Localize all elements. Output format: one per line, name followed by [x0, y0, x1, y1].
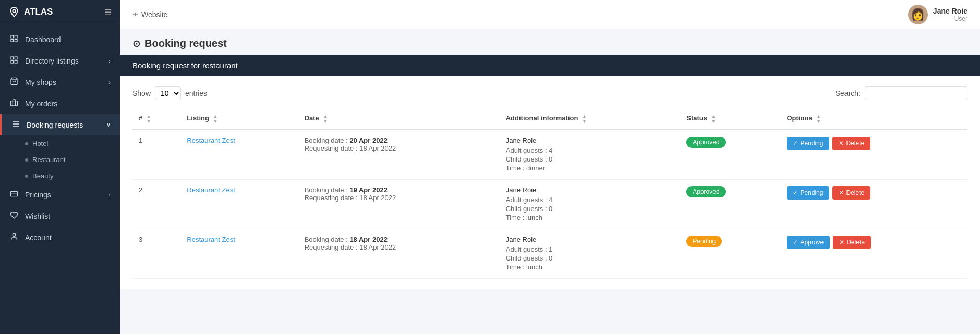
bullet-icon	[25, 175, 28, 178]
table-row: 2 Restaurant Zest Booking date : 19 Apr …	[132, 180, 967, 229]
hamburger-icon[interactable]: ☰	[104, 7, 112, 17]
col-status[interactable]: Status ▲▼	[680, 108, 780, 130]
table-container: Show 10 25 50 entries Search:	[120, 76, 980, 289]
cell-date: Booking date : 20 Apr 2022 Requesting da…	[298, 130, 500, 180]
page-title-icon: ⊙	[132, 38, 140, 50]
info-name: Jane Roie	[506, 186, 674, 194]
x-icon: ✕	[839, 189, 844, 196]
sidebar-item-pricings[interactable]: Pricings ›	[0, 184, 120, 205]
sub-item-label: Restaurant	[32, 156, 66, 164]
info-line2: Child guests : 0	[506, 254, 674, 262]
action-btn-1[interactable]: ✓ Approve	[787, 236, 830, 249]
date-val1: 20 Apr 2022	[349, 137, 388, 144]
col-num[interactable]: # ▲▼	[132, 108, 180, 130]
page-header: ⊙ Booking request	[120, 29, 980, 55]
main-content: ✈ Website 👩 Jane Roie User ⊙ Booking req…	[120, 0, 980, 334]
sidebar-item-label: Wishlist	[25, 212, 50, 220]
search-input[interactable]	[865, 86, 967, 100]
website-link[interactable]: Website	[141, 10, 167, 19]
table-body: 1 Restaurant Zest Booking date : 20 Apr …	[132, 130, 967, 279]
bullet-icon	[25, 142, 28, 145]
sidebar-subitem-beauty[interactable]: Beauty	[0, 168, 120, 184]
bookings-table: # ▲▼ Listing ▲▼ Date ▲▼ Additional infor…	[132, 108, 967, 279]
sidebar-item-booking-requests[interactable]: Booking requests ∨	[0, 114, 120, 135]
listing-link[interactable]: Restaurant Zest	[187, 236, 235, 243]
table-header: # ▲▼ Listing ▲▼ Date ▲▼ Additional infor…	[132, 108, 967, 130]
user-role: User	[933, 15, 967, 22]
logo-text: ATLAS	[24, 7, 53, 17]
logo-icon	[8, 6, 20, 18]
svg-rect-5	[11, 57, 14, 59]
col-options[interactable]: Options ▲▼	[780, 108, 967, 130]
section-header-text: Booking request for restaurant	[132, 61, 238, 70]
topbar-right: 👩 Jane Roie User	[908, 5, 967, 24]
account-icon	[9, 232, 19, 242]
sidebar-item-wishlist[interactable]: Wishlist	[0, 205, 120, 227]
action-btn-1[interactable]: ✓ Pending	[787, 186, 829, 200]
svg-rect-7	[11, 60, 14, 63]
orders-icon	[9, 98, 19, 108]
col-additional[interactable]: Additional information ▲▼	[500, 108, 681, 130]
options-cell: ✓ Approve ✕ Delete	[787, 236, 961, 249]
sidebar-item-label: My shops	[25, 78, 56, 86]
date-val2: 18 Apr 2022	[359, 194, 396, 202]
svg-rect-13	[10, 191, 17, 196]
chevron-right-icon: ›	[108, 58, 111, 64]
date-val2: 18 Apr 2022	[359, 144, 396, 152]
col-date[interactable]: Date ▲▼	[298, 108, 500, 130]
sidebar-logo: ATLAS ☰	[0, 0, 120, 24]
date-label2: Requesting date :	[305, 243, 360, 251]
logo: ATLAS	[8, 6, 53, 18]
cell-date: Booking date : 18 Apr 2022 Requesting da…	[298, 229, 500, 279]
shops-icon	[9, 77, 19, 87]
search-label: Search:	[836, 89, 861, 97]
cell-num: 3	[132, 229, 180, 279]
content-area: ⊙ Booking request Booking request for re…	[120, 29, 980, 334]
cell-options: ✓ Pending ✕ Delete	[780, 130, 967, 180]
status-badge: Approved	[686, 186, 725, 197]
page-title: ⊙ Booking request	[132, 38, 967, 50]
cell-num: 1	[132, 130, 180, 180]
cell-options: ✓ Pending ✕ Delete	[780, 180, 967, 229]
col-listing[interactable]: Listing ▲▼	[180, 108, 298, 130]
x-icon: ✕	[839, 140, 844, 147]
sidebar-item-directory-listings[interactable]: Directory listings ›	[0, 50, 120, 71]
chevron-down-icon: ∨	[106, 121, 111, 128]
pricings-icon	[9, 190, 19, 200]
date-label1: Booking date :	[305, 236, 350, 243]
listing-link[interactable]: Restaurant Zest	[187, 186, 235, 194]
sidebar-item-label: Booking requests	[27, 121, 83, 129]
table-controls-left: Show 10 25 50 entries	[132, 86, 207, 100]
booking-icon	[11, 120, 20, 130]
entries-select[interactable]: 10 25 50	[155, 86, 181, 100]
show-label: Show	[132, 89, 151, 97]
listing-link[interactable]: Restaurant Zest	[187, 137, 235, 144]
sidebar-item-my-shops[interactable]: My shops ›	[0, 71, 120, 93]
action-btn-1[interactable]: ✓ Pending	[787, 137, 829, 150]
info-name: Jane Roie	[506, 137, 674, 144]
delete-button[interactable]: ✕ Delete	[832, 137, 870, 150]
avatar-icon: 👩	[911, 8, 925, 21]
sidebar-subitem-restaurant[interactable]: Restaurant	[0, 152, 120, 168]
cell-listing: Restaurant Zest	[180, 130, 298, 180]
delete-button[interactable]: ✕ Delete	[833, 236, 871, 249]
sub-item-label: Beauty	[32, 172, 53, 180]
sidebar-subitem-hotel[interactable]: Hotel	[0, 135, 120, 152]
delete-button[interactable]: ✕ Delete	[832, 186, 870, 200]
sidebar-item-my-orders[interactable]: My orders	[0, 93, 120, 114]
sidebar-nav: Dashboard Directory listings › My shops …	[0, 24, 120, 334]
chevron-right-icon: ›	[108, 192, 111, 198]
svg-point-15	[13, 233, 15, 236]
status-badge: Pending	[686, 236, 722, 247]
wishlist-icon	[9, 211, 19, 221]
user-name: Jane Roie	[933, 7, 967, 15]
sidebar-item-dashboard[interactable]: Dashboard	[0, 29, 120, 50]
info-line1: Adult guests : 1	[506, 245, 674, 253]
sidebar-item-account[interactable]: Account	[0, 227, 120, 248]
bullet-icon	[25, 158, 28, 162]
cell-status: Approved	[680, 130, 780, 180]
date-label2: Requesting date :	[305, 144, 360, 152]
date-val1: 18 Apr 2022	[349, 236, 388, 243]
cell-listing: Restaurant Zest	[180, 229, 298, 279]
date-label2: Requesting date :	[305, 194, 360, 202]
